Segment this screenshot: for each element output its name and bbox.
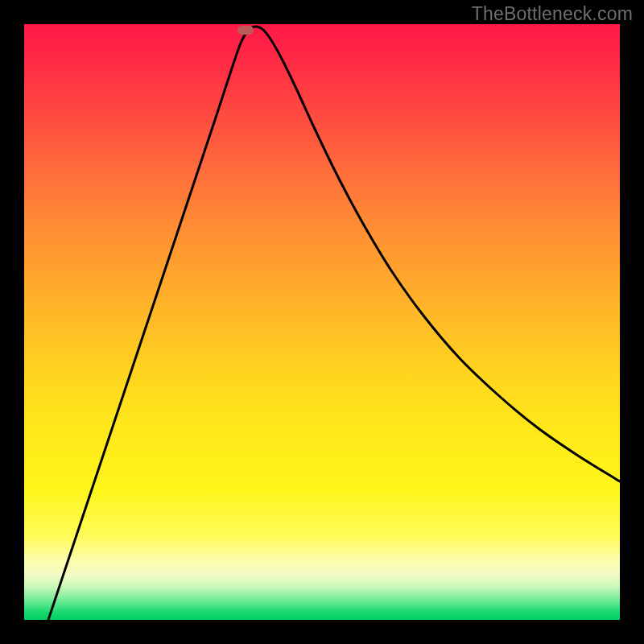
watermark-text: TheBottleneck.com [472, 3, 633, 25]
chart-frame: TheBottleneck.com [0, 0, 644, 644]
optimal-point-marker [237, 26, 254, 35]
bottleneck-curve [48, 27, 620, 620]
plot-area [24, 24, 620, 620]
curve-layer [24, 24, 620, 620]
